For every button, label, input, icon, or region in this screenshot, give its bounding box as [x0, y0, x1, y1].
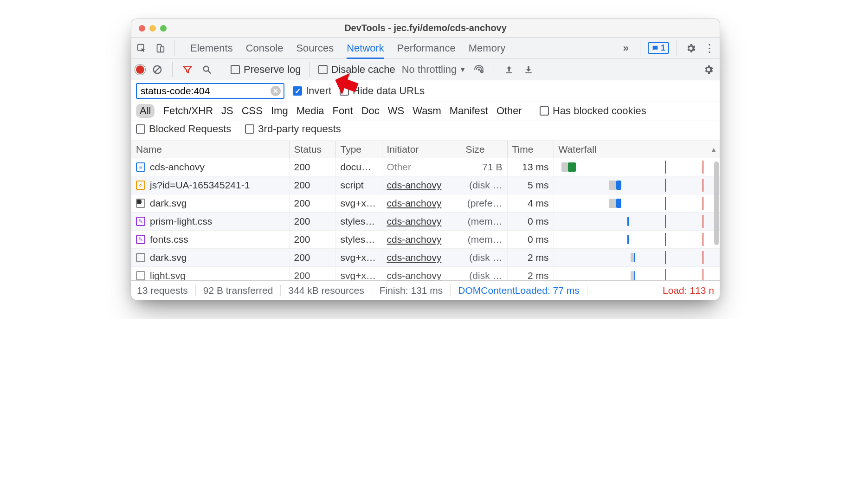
- col-time[interactable]: Time: [507, 141, 554, 158]
- request-initiator[interactable]: cds-anchovy: [382, 176, 461, 194]
- filter-toggle-icon[interactable]: [181, 63, 194, 76]
- export-har-icon[interactable]: [522, 63, 535, 76]
- blocked-requests-checkbox[interactable]: Blocked Requests: [136, 123, 231, 135]
- divider: [174, 40, 174, 56]
- request-status: 200: [289, 176, 335, 194]
- request-status: 200: [289, 267, 335, 281]
- col-type[interactable]: Type: [335, 141, 382, 158]
- col-waterfall[interactable]: Waterfall ▲: [554, 141, 720, 158]
- devtools-window: DevTools - jec.fyi/demo/cds-anchovy Elem…: [131, 19, 720, 300]
- request-initiator[interactable]: cds-anchovy: [382, 194, 461, 213]
- tab-sources[interactable]: Sources: [296, 38, 334, 58]
- waterfall-bar: [559, 179, 716, 192]
- request-initiator: Other: [382, 158, 461, 176]
- preserve-log-checkbox[interactable]: Preserve log: [231, 64, 301, 76]
- request-type: svg+x…: [335, 267, 382, 281]
- divider: [640, 40, 640, 56]
- import-har-icon[interactable]: [503, 63, 516, 76]
- settings-icon[interactable]: [684, 42, 697, 55]
- document-icon: ≡: [136, 162, 145, 172]
- status-transferred: 92 B transferred: [196, 285, 281, 296]
- request-status: 200: [289, 249, 335, 267]
- col-status[interactable]: Status: [289, 141, 335, 158]
- window-title: DevTools - jec.fyi/demo/cds-anchovy: [131, 23, 720, 33]
- type-filter-fetchxhr[interactable]: Fetch/XHR: [163, 105, 213, 117]
- waterfall-bar: [559, 161, 716, 174]
- filter-input[interactable]: [140, 85, 271, 97]
- tab-network[interactable]: Network: [347, 38, 384, 58]
- clear-filter-icon[interactable]: ✕: [271, 86, 281, 96]
- network-settings-icon[interactable]: [702, 63, 715, 76]
- type-filter-media[interactable]: Media: [297, 105, 324, 117]
- request-status: 200: [289, 213, 335, 231]
- third-party-label: 3rd-party requests: [258, 123, 341, 135]
- type-filter-all[interactable]: All: [136, 104, 155, 118]
- col-size[interactable]: Size: [461, 141, 507, 158]
- inspect-element-icon[interactable]: [135, 42, 148, 55]
- table-row[interactable]: dark.svg200svg+x…cds-anchovy(disk …2 ms: [131, 249, 720, 267]
- issues-badge[interactable]: 1: [648, 42, 669, 54]
- divider: [222, 62, 222, 77]
- device-toolbar-icon[interactable]: [154, 42, 167, 55]
- table-row[interactable]: dark.svg200svg+x…cds-anchovy(prefe…4 ms: [131, 194, 720, 213]
- search-icon[interactable]: [200, 63, 213, 76]
- divider: [172, 62, 173, 77]
- network-conditions-icon[interactable]: [472, 63, 485, 76]
- svg-line-4: [155, 66, 161, 72]
- image-icon: [136, 253, 145, 262]
- title-bar: DevTools - jec.fyi/demo/cds-anchovy: [131, 19, 720, 38]
- request-time: 2 ms: [507, 249, 554, 267]
- svg-line-6: [208, 71, 211, 73]
- extra-filters-row: Blocked Requests 3rd-party requests: [131, 121, 720, 141]
- request-name: dark.svg: [150, 198, 187, 209]
- waterfall-bar: [559, 269, 716, 280]
- request-time: 13 ms: [507, 158, 554, 176]
- request-type: docu…: [335, 158, 382, 176]
- tab-console[interactable]: Console: [246, 38, 284, 58]
- col-initiator[interactable]: Initiator: [382, 141, 461, 158]
- third-party-checkbox[interactable]: 3rd-party requests: [245, 123, 341, 135]
- stylesheet-icon: ✎: [136, 217, 145, 226]
- table-row[interactable]: ⋄js?id=UA-165345241-1200scriptcds-anchov…: [131, 176, 720, 194]
- clear-button[interactable]: [151, 63, 164, 76]
- status-load: Load: 113 n: [655, 285, 714, 296]
- record-button[interactable]: [136, 65, 144, 74]
- tab-elements[interactable]: Elements: [190, 38, 233, 58]
- request-size: (mem…: [461, 231, 507, 249]
- waterfall-bar: [559, 215, 716, 228]
- type-filter-doc[interactable]: Doc: [361, 105, 380, 117]
- kebab-menu-icon[interactable]: ⋮: [703, 42, 716, 55]
- type-filter-js[interactable]: JS: [221, 105, 233, 117]
- sort-indicator-icon: ▲: [710, 146, 717, 153]
- request-size: (disk …: [461, 249, 507, 267]
- throttling-select[interactable]: No throttling ▼: [402, 64, 466, 76]
- request-size: (prefe…: [461, 194, 507, 213]
- table-row[interactable]: ≡cds-anchovy200docu…Other71 B13 ms: [131, 158, 720, 176]
- type-filter-manifest[interactable]: Manifest: [450, 105, 488, 117]
- table-row[interactable]: light.svg200svg+x…cds-anchovy(disk …2 ms: [131, 267, 720, 281]
- panel-tabs-row: ElementsConsoleSourcesNetworkPerformance…: [131, 38, 720, 59]
- has-blocked-cookies-checkbox[interactable]: Has blocked cookies: [540, 105, 646, 117]
- more-tabs-icon[interactable]: »: [619, 42, 632, 55]
- type-filter-wasm[interactable]: Wasm: [413, 105, 441, 117]
- hide-data-urls-label: Hide data URLs: [353, 85, 425, 97]
- col-name[interactable]: Name: [131, 141, 289, 158]
- request-initiator[interactable]: cds-anchovy: [382, 267, 461, 281]
- panel-tabs: ElementsConsoleSourcesNetworkPerformance…: [182, 38, 614, 58]
- request-initiator[interactable]: cds-anchovy: [382, 213, 461, 231]
- type-filter-img[interactable]: Img: [271, 105, 288, 117]
- request-initiator[interactable]: cds-anchovy: [382, 231, 461, 249]
- request-initiator[interactable]: cds-anchovy: [382, 249, 461, 267]
- request-name: js?id=UA-165345241-1: [150, 180, 250, 191]
- request-name: cds-anchovy: [150, 162, 205, 173]
- vertical-scrollbar[interactable]: [714, 162, 719, 245]
- divider: [309, 62, 310, 77]
- tab-performance[interactable]: Performance: [397, 38, 456, 58]
- type-filter-other[interactable]: Other: [496, 105, 522, 117]
- table-row[interactable]: ✎prism-light.css200styles…cds-anchovy(me…: [131, 213, 720, 231]
- table-row[interactable]: ✎fonts.css200styles…cds-anchovy(mem…0 ms: [131, 231, 720, 249]
- tab-memory[interactable]: Memory: [469, 38, 505, 58]
- type-filter-css[interactable]: CSS: [242, 105, 263, 117]
- type-filter-font[interactable]: Font: [333, 105, 353, 117]
- type-filter-ws[interactable]: WS: [388, 105, 404, 117]
